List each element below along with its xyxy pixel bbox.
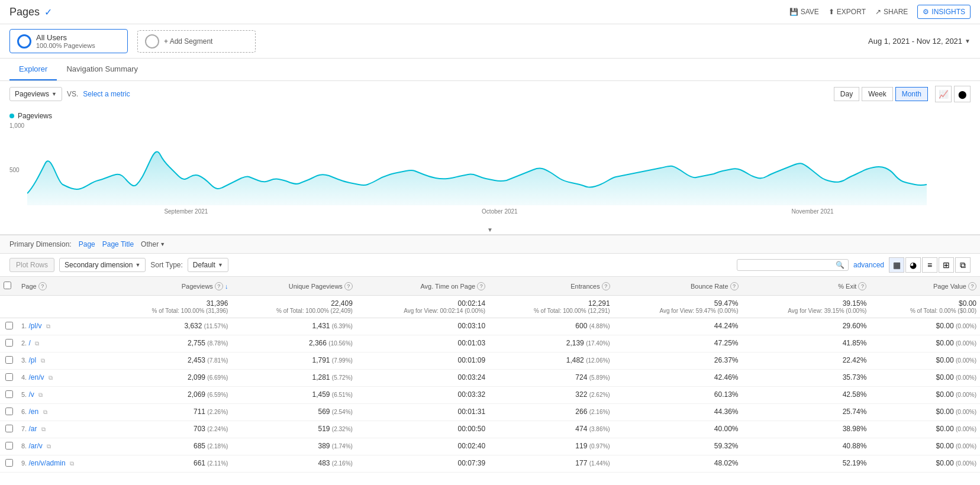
view-buttons: ▦ ◕ ≡ ⊞ ⧉ — [889, 257, 971, 273]
avg-time-help-icon[interactable]: ? — [477, 282, 485, 290]
external-link-icon-7[interactable]: ⧉ — [47, 443, 51, 450]
external-link-icon-2[interactable]: ⧉ — [41, 357, 45, 364]
compare-view-icon: ⧉ — [960, 260, 966, 270]
page-link-3[interactable]: /en/v — [29, 373, 44, 381]
insights-button[interactable]: ⚙ INSIGHTS — [917, 5, 971, 19]
row-checkbox-6[interactable] — [5, 425, 13, 432]
metric-selectors: Pageviews ▼ VS. Select a metric — [9, 87, 130, 101]
add-segment-button[interactable]: + Add Segment — [137, 30, 256, 53]
save-button[interactable]: 💾 SAVE — [789, 8, 819, 16]
table-controls-left: Plot Rows Secondary dimension ▼ Sort Typ… — [9, 258, 228, 272]
select-all-checkbox[interactable] — [4, 282, 11, 289]
external-link-icon-1[interactable]: ⧉ — [35, 340, 39, 347]
page-link-0[interactable]: /pl/v — [29, 322, 42, 330]
search-icon[interactable]: 🔍 — [836, 261, 844, 269]
share-button[interactable]: ↗ SHARE — [875, 8, 908, 16]
secondary-dimension-button[interactable]: Secondary dimension ▼ — [59, 258, 146, 272]
time-btn-day[interactable]: Day — [834, 87, 859, 101]
external-link-icon-3[interactable]: ⧉ — [49, 374, 53, 381]
col-page-value[interactable]: Page Value ? — [870, 277, 980, 296]
time-btn-month[interactable]: Month — [895, 87, 928, 101]
page-link-8[interactable]: /en/v/admin — [29, 459, 66, 467]
pageviews-help-icon[interactable]: ? — [215, 282, 223, 290]
col-page[interactable]: Page ? — [18, 277, 107, 296]
page-link-5[interactable]: /en — [29, 408, 39, 416]
page-link-1[interactable]: / — [29, 339, 31, 347]
row-checkbox-0[interactable] — [5, 322, 13, 329]
metric-select[interactable]: Pageviews ▼ — [9, 87, 62, 101]
page-value-help-icon[interactable]: ? — [968, 282, 976, 290]
tab-explorer[interactable]: Explorer — [9, 59, 57, 80]
external-link-icon-4[interactable]: ⧉ — [38, 392, 43, 398]
y-label-500: 500 — [9, 167, 20, 173]
page-link-7[interactable]: /ar/v — [29, 442, 43, 450]
col-unique-pageviews[interactable]: Unique Pageviews ? — [231, 277, 356, 296]
chart-controls: Pageviews ▼ VS. Select a metric Day Week… — [0, 81, 980, 107]
insights-icon: ⚙ — [923, 8, 929, 16]
view-bar-button[interactable]: ≡ — [922, 257, 937, 273]
page-link-2[interactable]: /pl — [29, 356, 37, 364]
row-checkbox-7[interactable] — [5, 442, 13, 450]
table-row: 9. /en/v/admin ⧉ 661 (2.11%) 483 (2.16%)… — [0, 455, 980, 473]
pie-chart-button[interactable]: ⬤ — [954, 86, 971, 102]
x-labels: September 2021 October 2021 November 202… — [27, 208, 971, 215]
sort-type-label: Sort Type: — [150, 261, 182, 269]
row-checkbox-4[interactable] — [5, 390, 13, 398]
line-chart-icon: 📈 — [939, 90, 949, 99]
col-pageviews[interactable]: Pageviews ? ↓ — [107, 277, 232, 296]
segment-text: All Users 100.00% Pageviews — [36, 33, 95, 49]
external-link-icon-8[interactable]: ⧉ — [70, 460, 74, 467]
col-avg-time[interactable]: Avg. Time on Page ? — [356, 277, 489, 296]
col-entrances[interactable]: Entrances ? — [489, 277, 614, 296]
view-pie-button[interactable]: ◕ — [905, 257, 921, 273]
select-metric-link[interactable]: Select a metric — [83, 90, 130, 98]
dimension-other-dropdown[interactable]: Other ▼ — [141, 240, 165, 248]
table-row: 6. /en ⧉ 711 (2.26%) 569 (2.54%) 00:01:3… — [0, 404, 980, 421]
external-link-icon-5[interactable]: ⧉ — [43, 409, 47, 415]
page-help-icon[interactable]: ? — [38, 282, 47, 290]
advanced-link[interactable]: advanced — [853, 261, 884, 269]
legend-dot — [9, 114, 14, 118]
search-input[interactable] — [741, 261, 836, 269]
view-data-button[interactable]: ▦ — [889, 257, 904, 273]
bounce-rate-help-icon[interactable]: ? — [730, 282, 739, 290]
page-link-6[interactable]: /ar — [29, 425, 37, 433]
pct-exit-help-icon[interactable]: ? — [858, 282, 866, 290]
unique-pv-help-icon[interactable]: ? — [344, 282, 353, 290]
row-checkbox-5[interactable] — [5, 408, 13, 415]
dimension-page-link[interactable]: Page — [79, 240, 95, 248]
col-checkbox — [0, 277, 18, 296]
entrances-help-icon[interactable]: ? — [602, 282, 610, 290]
table-row: 7. /ar ⧉ 703 (2.24%) 519 (2.32%) 00:00:5… — [0, 421, 980, 438]
row-checkbox-3[interactable] — [5, 373, 13, 381]
verified-icon: ✓ — [44, 7, 52, 18]
plot-rows-button[interactable]: Plot Rows — [9, 258, 54, 272]
tab-navigation-summary[interactable]: Navigation Summary — [57, 59, 147, 80]
collapse-handle[interactable]: ▼ — [0, 225, 980, 235]
row-checkbox-2[interactable] — [5, 356, 13, 364]
top-bar-left: Pages ✓ — [9, 6, 52, 18]
row-checkbox-8[interactable] — [5, 459, 13, 467]
top-bar-right: 💾 SAVE ⬆ EXPORT ↗ SHARE ⚙ INSIGHTS — [789, 5, 971, 19]
all-users-segment[interactable]: All Users 100.00% Pageviews — [9, 29, 128, 53]
page-link-4[interactable]: /v — [29, 390, 34, 399]
external-link-icon-6[interactable]: ⧉ — [41, 426, 46, 432]
col-bounce-rate[interactable]: Bounce Rate ? — [614, 277, 742, 296]
view-pivot-button[interactable]: ⊞ — [939, 257, 954, 273]
external-link-icon-0[interactable]: ⧉ — [46, 323, 50, 329]
totals-row: 31,396 % of Total: 100.00% (31,396) 22,4… — [0, 296, 980, 318]
date-range[interactable]: Aug 1, 2021 - Nov 12, 2021 ▼ — [868, 37, 971, 46]
row-checkbox-1[interactable] — [5, 339, 13, 347]
dimension-page-title-link[interactable]: Page Title — [102, 240, 134, 248]
col-pct-exit[interactable]: % Exit ? — [742, 277, 871, 296]
date-range-chevron: ▼ — [965, 38, 971, 44]
collapse-icon[interactable]: ▼ — [487, 227, 493, 233]
line-chart-button[interactable]: 📈 — [935, 86, 952, 102]
sort-select[interactable]: Default ▼ — [188, 258, 228, 272]
view-compare-button[interactable]: ⧉ — [955, 257, 971, 273]
export-button[interactable]: ⬆ EXPORT — [829, 8, 866, 16]
time-btn-week[interactable]: Week — [862, 87, 892, 101]
page-title: Pages — [9, 6, 40, 18]
table-row: 1. /pl/v ⧉ 3,632 (11.57%) 1,431 (6.39%) … — [0, 318, 980, 335]
table-row: 3. /pl ⧉ 2,453 (7.81%) 1,791 (7.99%) 00:… — [0, 353, 980, 370]
